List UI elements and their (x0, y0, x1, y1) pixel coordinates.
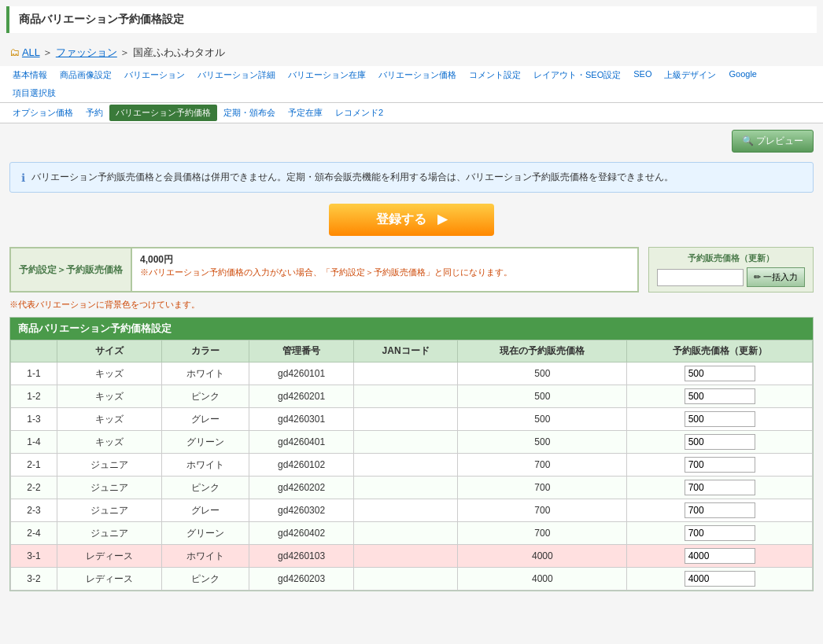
cell-current-price: 500 (458, 362, 627, 385)
register-btn-wrap: 登録する (9, 204, 814, 236)
nav-seo[interactable]: SEO (627, 66, 658, 84)
cell-code: gd4260402 (249, 522, 354, 545)
bulk-input-button[interactable]: ✏ 一括入力 (747, 267, 805, 287)
preview-label: プレビュー (756, 135, 803, 146)
nav-subscription[interactable]: 定期・頒布会 (217, 105, 282, 121)
table-row: 1-3キッズグレーgd4260301500 (11, 408, 813, 431)
nav-variation[interactable]: バリエーション (118, 66, 191, 84)
table-row: 1-4キッズグリーンgd4260401500 (11, 431, 813, 454)
nav-variation-detail[interactable]: バリエーション詳細 (191, 66, 282, 84)
th-id (11, 340, 57, 362)
cell-jan (353, 568, 457, 591)
cell-id: 2-3 (11, 499, 57, 522)
th-size: サイズ (57, 340, 161, 362)
th-jan: JANコード (353, 340, 457, 362)
table-row: 3-2レディースピンクgd42602034000 (11, 568, 813, 591)
price-input-field[interactable] (685, 480, 755, 495)
table-row: 2-2ジュニアピンクgd4260202700 (11, 477, 813, 499)
page-title: 商品バリエーション予約価格設定 (19, 13, 184, 25)
register-label: 登録する (376, 212, 426, 226)
cell-code: gd4260202 (249, 477, 354, 499)
cell-new-price (627, 545, 813, 568)
breadcrumb-fashion[interactable]: ファッション (56, 46, 117, 58)
page-header: 商品バリエーション予約価格設定 (6, 6, 817, 33)
cell-color: ピンク (161, 568, 249, 591)
breadcrumb-current: 国産ふわふわタオル (133, 46, 225, 58)
cell-current-price: 700 (458, 499, 627, 522)
nav-planned-stock[interactable]: 予定在庫 (282, 105, 329, 121)
nav-google[interactable]: Google (722, 66, 762, 84)
bulk-label: 一括入力 (763, 272, 798, 282)
price-input-field[interactable] (685, 388, 755, 404)
price-input-field[interactable] (685, 548, 755, 564)
register-button[interactable]: 登録する (329, 204, 494, 236)
cell-id: 3-1 (11, 545, 57, 568)
cell-jan (353, 499, 457, 522)
price-input-field[interactable] (685, 434, 755, 450)
table-row: 2-1ジュニアホワイトgd4260102700 (11, 454, 813, 477)
nav-advanced-design[interactable]: 上級デザイン (658, 66, 722, 84)
preview-button[interactable]: 🔍 プレビュー (732, 130, 814, 153)
cell-color: グレー (161, 499, 249, 522)
cell-id: 3-2 (11, 568, 57, 591)
cell-current-price: 500 (458, 408, 627, 431)
cell-jan (353, 545, 457, 568)
th-code: 管理番号 (249, 340, 354, 362)
table-row: 2-3ジュニアグレーgd4260302700 (11, 499, 813, 522)
bulk-price-input[interactable] (657, 269, 744, 286)
cell-size: ジュニア (57, 477, 161, 499)
cell-new-price (627, 499, 813, 522)
nav-item-select[interactable]: 項目選択肢 (6, 84, 62, 102)
cell-code: gd4260302 (249, 499, 354, 522)
price-input-field[interactable] (685, 571, 755, 587)
table-note: ※代表バリエーションに背景色をつけています。 (9, 299, 814, 311)
cell-size: キッズ (57, 431, 161, 454)
cell-size: キッズ (57, 385, 161, 408)
cell-current-price: 4000 (458, 545, 627, 568)
nav-product-image[interactable]: 商品画像設定 (54, 66, 118, 84)
price-input-field[interactable] (685, 411, 755, 427)
cell-color: ピンク (161, 385, 249, 408)
cell-size: ジュニア (57, 454, 161, 477)
cell-current-price: 700 (458, 477, 627, 499)
th-new-price: 予約販売価格（更新） (627, 340, 813, 362)
main-content: 🔍 プレビュー ℹ バリエーション予約販売価格と会員価格は併用できません。定期・… (0, 123, 823, 598)
price-input-field[interactable] (685, 525, 755, 541)
nav-variation-stock[interactable]: バリエーション在庫 (282, 66, 372, 84)
cell-jan (353, 362, 457, 385)
cell-jan (353, 522, 457, 545)
nav-variation-reservation-price[interactable]: バリエーション予約価格 (109, 105, 217, 121)
nav-variation-price[interactable]: バリエーション価格 (372, 66, 463, 84)
bulk-icon: ✏ (754, 272, 761, 282)
price-input-field[interactable] (685, 366, 755, 381)
cell-new-price (627, 477, 813, 499)
cell-current-price: 500 (458, 385, 627, 408)
breadcrumb-all[interactable]: ALL (22, 46, 40, 58)
price-update-box: 予約販売価格（更新） ✏ 一括入力 (648, 247, 814, 293)
nav-comment[interactable]: コメント設定 (463, 66, 527, 84)
nav-tabs-bottom: オプション価格 予約 バリエーション予約価格 定期・頒布会 予定在庫 レコメンド… (0, 103, 823, 123)
breadcrumb: 🗂 ALL ＞ ファッション ＞ 国産ふわふわタオル (0, 39, 823, 66)
nav-option-price[interactable]: オプション価格 (6, 105, 79, 121)
th-current-price: 現在の予約販売価格 (458, 340, 627, 362)
nav-reservation[interactable]: 予約 (79, 105, 109, 121)
variation-table: サイズ カラー 管理番号 JANコード 現在の予約販売価格 予約販売価格（更新）… (10, 340, 813, 591)
preview-btn-wrap: 🔍 プレビュー (9, 130, 814, 153)
cell-size: ジュニア (57, 522, 161, 545)
table-row: 1-1キッズホワイトgd4260101500 (11, 362, 813, 385)
cell-id: 1-4 (11, 431, 57, 454)
cell-code: gd4260301 (249, 408, 354, 431)
cell-code: gd4260201 (249, 385, 354, 408)
cell-size: レディース (57, 545, 161, 568)
cell-new-price (627, 385, 813, 408)
cell-current-price: 700 (458, 454, 627, 477)
info-icon: ℹ (21, 171, 25, 184)
price-input-field[interactable] (685, 502, 755, 518)
price-input-field[interactable] (685, 457, 755, 473)
cell-color: グリーン (161, 431, 249, 454)
nav-basic-info[interactable]: 基本情報 (6, 66, 54, 84)
nav-recommend2[interactable]: レコメンド2 (329, 105, 389, 121)
nav-layout-seo[interactable]: レイアウト・SEO設定 (527, 66, 627, 84)
cell-size: キッズ (57, 362, 161, 385)
cell-color: ホワイト (161, 454, 249, 477)
